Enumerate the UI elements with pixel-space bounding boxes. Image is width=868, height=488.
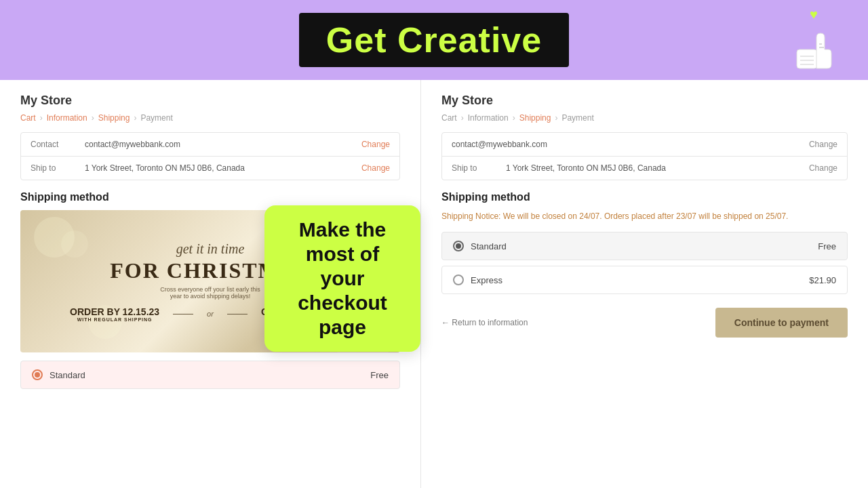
- shipping-notice: Shipping Notice: We will be closed on 24…: [441, 210, 848, 222]
- left-standard-radio[interactable]: [32, 369, 43, 380]
- left-ship-change[interactable]: Change: [361, 163, 390, 173]
- right-breadcrumb-payment: Payment: [561, 113, 593, 123]
- bottom-nav: ← Return to information Continue to paym…: [441, 308, 848, 338]
- right-express-radio[interactable]: [453, 274, 464, 285]
- left-breadcrumb: Cart › Information › Shipping › Payment: [20, 113, 400, 123]
- breadcrumb-shipping[interactable]: Shipping: [98, 113, 130, 123]
- right-express-label: Express: [471, 275, 809, 285]
- left-info-box: Contact contact@mywebbank.com Change Shi…: [20, 132, 400, 180]
- left-standard-label: Standard: [50, 370, 370, 380]
- left-store-name: My Store: [20, 94, 400, 108]
- heart-icon: ♥: [810, 7, 818, 22]
- banner-line-right: [227, 314, 248, 314]
- left-standard-price: Free: [370, 370, 389, 380]
- right-ship-row: Ship to 1 York Street, Toronto ON M5J 0B…: [442, 157, 847, 180]
- right-section-title: Shipping method: [441, 191, 848, 203]
- continue-button[interactable]: Continue to payment: [715, 308, 848, 338]
- svg-rect-0: [797, 49, 817, 68]
- right-contact-row: contact@mywebbank.com Change: [442, 133, 847, 157]
- breadcrumb-information[interactable]: Information: [47, 113, 87, 123]
- right-ship-change[interactable]: Change: [809, 163, 837, 173]
- title-box: Get Creative: [299, 13, 569, 67]
- banner-italic-text: get it in time: [176, 241, 245, 257]
- banner-date-left: ORDER BY 12.15.23: [70, 306, 159, 317]
- right-store-name: My Store: [441, 94, 848, 108]
- right-breadcrumb: Cart › Information › Shipping › Payment: [441, 113, 848, 123]
- right-standard-radio[interactable]: [453, 241, 464, 251]
- right-breadcrumb-info: Information: [468, 113, 509, 123]
- tooltip-overlay: Make the most of your checkout page: [264, 205, 420, 352]
- left-standard-option[interactable]: Standard Free: [20, 361, 400, 389]
- banner-or-text: or: [207, 310, 214, 318]
- right-panel: My Store Cart › Information › Shipping ›…: [421, 80, 868, 488]
- breadcrumb-payment: Payment: [140, 113, 172, 123]
- banner-sub-text: Cross everyone off your list early thisy…: [160, 286, 260, 300]
- right-express-option[interactable]: Express $21.90: [441, 266, 848, 294]
- right-contact-change[interactable]: Change: [809, 140, 837, 149]
- breadcrumb-cart[interactable]: Cart: [20, 113, 36, 123]
- right-standard-option[interactable]: Standard Free: [441, 232, 848, 260]
- tooltip-line2: checkout page: [283, 291, 401, 340]
- main-title: Get Creative: [326, 20, 542, 60]
- thumbs-up-icon: [787, 24, 841, 78]
- left-contact-change[interactable]: Change: [361, 140, 390, 149]
- left-contact-row: Contact contact@mywebbank.com Change: [21, 133, 399, 157]
- left-section-title: Shipping method: [20, 191, 400, 203]
- right-express-price: $21.90: [809, 275, 836, 285]
- left-ship-row: Ship to 1 York Street, Toronto ON M5J 0B…: [21, 157, 399, 180]
- right-standard-price: Free: [818, 241, 836, 251]
- thumbs-up-area: ♥: [787, 7, 841, 78]
- tooltip-line1: Make the most of your: [283, 218, 401, 291]
- right-breadcrumb-shipping[interactable]: Shipping: [519, 113, 551, 123]
- right-standard-label: Standard: [471, 241, 818, 251]
- main-content: My Store Cart › Information › Shipping ›…: [0, 80, 868, 488]
- banner-line-left: [173, 314, 193, 314]
- right-info-box: contact@mywebbank.com Change Ship to 1 Y…: [441, 132, 848, 180]
- left-panel: My Store Cart › Information › Shipping ›…: [0, 80, 420, 488]
- header: Get Creative ♥: [0, 0, 868, 80]
- right-breadcrumb-cart: Cart: [441, 113, 457, 123]
- banner-order-left: ORDER BY 12.15.23 WITH REGULAR SHIPPING: [70, 306, 159, 322]
- back-link[interactable]: ← Return to information: [441, 318, 528, 327]
- banner-ship-left: WITH REGULAR SHIPPING: [70, 317, 159, 322]
